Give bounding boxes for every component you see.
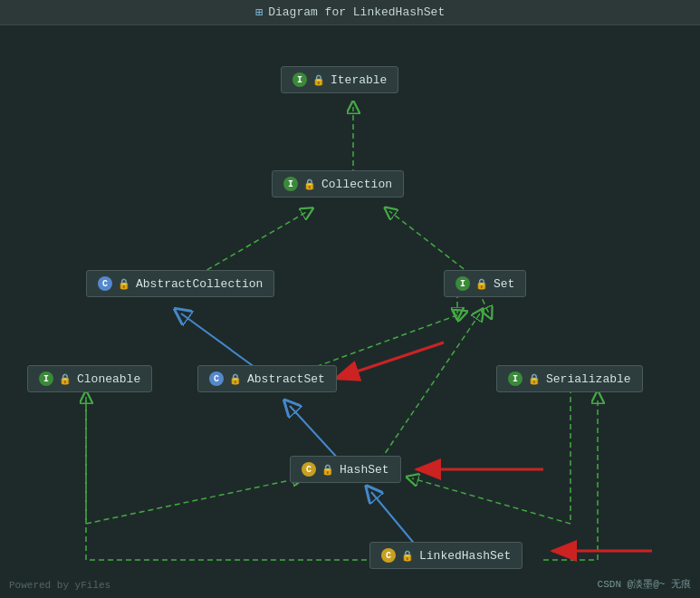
iterable-label: Iterable — [331, 73, 387, 87]
title-text: Diagram for LinkedHashSet — [268, 5, 445, 19]
serializable-label: Serializable — [546, 372, 631, 386]
abstract-set-label: AbstractSet — [247, 372, 325, 386]
arrows-svg — [0, 25, 700, 598]
node-abstract-set: C 🔒 AbstractSet — [197, 365, 337, 392]
abstract-set-lock: 🔒 — [229, 373, 242, 385]
serializable-lock: 🔒 — [528, 373, 541, 385]
linked-hashset-label: LinkedHashSet — [419, 549, 511, 563]
set-lock: 🔒 — [475, 278, 488, 290]
svg-line-11 — [86, 478, 299, 524]
abstract-collection-label: AbstractCollection — [136, 277, 263, 291]
title-icon: ⊞ — [255, 5, 263, 20]
hashset-lock: 🔒 — [321, 464, 334, 476]
node-hashset: C 🔒 HashSet — [290, 456, 401, 483]
collection-lock: 🔒 — [303, 178, 316, 190]
node-collection: I 🔒 Collection — [272, 170, 404, 198]
svg-line-9 — [380, 313, 480, 460]
node-set: I 🔒 Set — [444, 270, 526, 297]
svg-line-14 — [371, 492, 417, 546]
cloneable-label: Cloneable — [77, 372, 140, 386]
title-bar: ⊞ Diagram for LinkedHashSet — [0, 0, 700, 25]
iterable-icon: I — [292, 72, 307, 87]
set-icon: I — [455, 276, 470, 291]
abstract-collection-lock: 🔒 — [118, 278, 130, 290]
hashset-icon: C — [302, 462, 316, 477]
collection-label: Collection — [321, 178, 392, 191]
linked-hashset-icon: C — [381, 548, 396, 563]
cloneable-icon: I — [39, 371, 53, 386]
linked-hashset-lock: 🔒 — [401, 550, 414, 562]
node-serializable: I 🔒 Serializable — [496, 365, 643, 392]
svg-line-19 — [335, 342, 444, 379]
serializable-icon: I — [508, 371, 523, 386]
svg-line-8 — [290, 406, 340, 460]
collection-icon: I — [283, 177, 298, 191]
node-cloneable: I 🔒 Cloneable — [27, 365, 152, 392]
footer-left: Powered by yFiles — [9, 580, 110, 591]
node-abstract-collection: C 🔒 AbstractCollection — [86, 270, 274, 297]
iterable-lock: 🔒 — [312, 74, 325, 86]
svg-line-7 — [308, 313, 462, 370]
cloneable-lock: 🔒 — [59, 373, 72, 385]
svg-line-6 — [181, 313, 258, 370]
svg-line-4 — [199, 211, 308, 275]
hashset-label: HashSet — [340, 463, 389, 477]
svg-line-5 — [389, 211, 471, 275]
abstract-collection-icon: C — [98, 276, 112, 291]
svg-line-13 — [412, 478, 571, 524]
node-linked-hashset: C 🔒 LinkedHashSet — [369, 542, 523, 569]
node-iterable: I 🔒 Iterable — [281, 66, 398, 93]
footer-right: CSDN @淡墨@~ 无痕 — [598, 577, 691, 591]
set-label: Set — [494, 277, 514, 291]
abstract-set-icon: C — [209, 371, 224, 386]
diagram-area: I 🔒 Iterable I 🔒 Collection C 🔒 Abstract… — [0, 25, 700, 598]
